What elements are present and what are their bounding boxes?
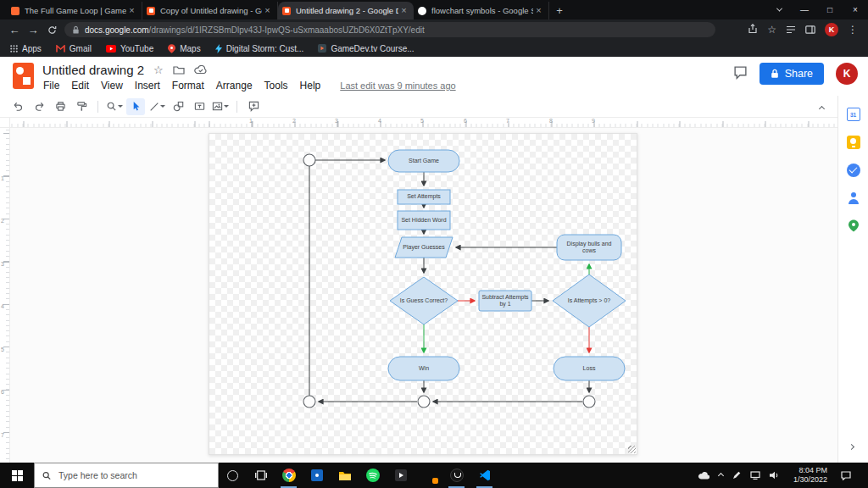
- menu-item-edit[interactable]: Edit: [65, 79, 95, 92]
- share-button[interactable]: Share: [760, 63, 824, 85]
- photos-taskbar-button[interactable]: [303, 463, 331, 488]
- flowchart-label-set-attempts[interactable]: Set Attempts: [398, 190, 450, 204]
- browser-tab-1[interactable]: The Full Game Loop | GameDev.t ×: [7, 2, 142, 19]
- window-minimize-button[interactable]: —: [792, 0, 817, 19]
- share-page-button[interactable]: [748, 22, 758, 37]
- tab-close-icon[interactable]: ×: [262, 5, 273, 16]
- hide-side-panel-button[interactable]: [849, 437, 854, 452]
- insert-image-button[interactable]: [211, 98, 230, 115]
- google-drawings-logo[interactable]: [13, 63, 34, 89]
- menu-item-format[interactable]: Format: [166, 79, 210, 92]
- task-view-button[interactable]: [247, 463, 275, 488]
- flowchart-circle-bottom-left[interactable]: [303, 396, 315, 408]
- network-icon[interactable]: [750, 471, 760, 480]
- bookmark-maps[interactable]: Maps: [168, 44, 200, 53]
- flowchart-label-loss[interactable]: Loss: [554, 357, 625, 380]
- browser-tab-3-active[interactable]: Untitled drawing 2 - Google Dra ×: [278, 2, 414, 19]
- flowchart-label-win[interactable]: Win: [388, 357, 459, 380]
- spotify-button[interactable]: [359, 463, 387, 488]
- canvas-resize-handle[interactable]: [628, 446, 636, 453]
- menu-item-tools[interactable]: Tools: [259, 79, 294, 92]
- url-omnibox[interactable]: docs.google.com/drawings/d/1IRZSBmDlpv43…: [64, 22, 715, 37]
- star-document-icon[interactable]: ☆: [153, 64, 164, 76]
- tab-close-icon[interactable]: ×: [533, 5, 544, 16]
- contacts-icon[interactable]: [847, 191, 860, 205]
- collapse-toolbar-button[interactable]: [820, 99, 824, 114]
- tab-close-icon[interactable]: ×: [126, 5, 137, 16]
- back-button[interactable]: ←: [5, 20, 24, 39]
- bookmark-gmail[interactable]: Gmail: [56, 44, 92, 53]
- insert-comment-button[interactable]: [244, 98, 263, 115]
- taskbar-search[interactable]: [34, 463, 219, 488]
- windows-ink-pen-icon[interactable]: [732, 471, 741, 480]
- flowchart-label-is-guess-correct[interactable]: Is Guess Correct?: [398, 280, 450, 321]
- action-center-button[interactable]: [841, 471, 851, 480]
- tab-search-chevron-icon[interactable]: [766, 0, 792, 19]
- side-panel-button[interactable]: [805, 22, 815, 37]
- tray-overflow-button[interactable]: [719, 474, 723, 478]
- window-close-button[interactable]: ×: [843, 0, 868, 19]
- document-title[interactable]: Untitled drawing 2: [42, 63, 144, 77]
- chrome-profile-button[interactable]: [415, 463, 442, 488]
- drawing-canvas[interactable]: Start Game Set Attempts Set Hidden Word …: [209, 133, 637, 455]
- open-comments-button[interactable]: [733, 65, 748, 83]
- flowchart-label-start-game[interactable]: Start Game: [388, 150, 459, 172]
- flowchart-label-is-attempts[interactable]: Is Attempts > 0?: [564, 278, 615, 324]
- flowchart-label-display-bulls-cows[interactable]: Display bulls and cows: [559, 235, 619, 260]
- line-tool-button[interactable]: [147, 98, 166, 115]
- last-edit-link[interactable]: Last edit was 9 minutes ago: [340, 80, 455, 91]
- flowchart-circle-bottom-right[interactable]: [583, 396, 595, 408]
- redo-button[interactable]: [30, 98, 48, 115]
- browser-menu-button[interactable]: ⋮: [848, 24, 858, 36]
- flowchart-circle-top-left[interactable]: [303, 154, 315, 166]
- maps-icon[interactable]: [849, 219, 859, 236]
- window-maximize-button[interactable]: □: [817, 0, 843, 19]
- menu-item-arrange[interactable]: Arrange: [210, 79, 259, 92]
- menu-item-insert[interactable]: Insert: [129, 79, 166, 92]
- move-folder-icon[interactable]: [173, 65, 185, 75]
- bookmark-digital-storm[interactable]: Digital Storm: Cust...: [215, 44, 304, 53]
- onedrive-cloud-icon[interactable]: [698, 472, 709, 480]
- taskbar-clock[interactable]: 8:04 PM 1/30/2022: [789, 466, 832, 485]
- select-tool-button[interactable]: [126, 98, 145, 115]
- browser-tab-2[interactable]: Copy of Untitled drawing - Goog ×: [142, 2, 278, 19]
- tab-close-icon[interactable]: ×: [398, 5, 409, 16]
- keep-icon[interactable]: [847, 136, 860, 149]
- file-explorer-button[interactable]: [331, 463, 359, 488]
- bookmark-apps[interactable]: Apps: [10, 44, 42, 53]
- flowchart-label-set-hidden-word[interactable]: Set Hidden Word: [398, 211, 450, 230]
- vscode-button[interactable]: [470, 463, 498, 488]
- browser-profile-avatar[interactable]: K: [825, 23, 838, 36]
- flowchart-label-player-guesses[interactable]: Player Guesses: [399, 237, 448, 258]
- menu-item-file[interactable]: File: [37, 79, 65, 92]
- flowchart-circle-bottom-mid[interactable]: [418, 396, 430, 408]
- text-box-button[interactable]: [190, 98, 209, 115]
- unity-button[interactable]: [442, 463, 470, 488]
- chrome-taskbar-button[interactable]: [275, 463, 303, 488]
- bookmark-gamedev-course[interactable]: GameDev.tv Course...: [318, 44, 414, 53]
- menu-item-view[interactable]: View: [95, 79, 129, 92]
- calendar-icon[interactable]: 31: [847, 108, 860, 121]
- search-input[interactable]: [57, 469, 210, 481]
- new-tab-button[interactable]: +: [549, 2, 570, 19]
- flowchart-label-subtract-attempts[interactable]: Subtract Attempts by 1: [481, 291, 530, 311]
- volume-icon[interactable]: [770, 471, 780, 480]
- tasks-icon[interactable]: [847, 164, 860, 177]
- cortana-button[interactable]: [219, 463, 247, 488]
- refresh-button[interactable]: [42, 20, 61, 39]
- bookmark-star-button[interactable]: ☆: [767, 24, 776, 36]
- zoom-button[interactable]: [105, 98, 124, 115]
- paint-format-button[interactable]: [72, 98, 91, 115]
- browser-tab-4[interactable]: flowchart symbols - Google Sear ×: [414, 2, 549, 19]
- video-app-button[interactable]: [387, 463, 415, 488]
- reading-list-button[interactable]: [786, 22, 796, 37]
- undo-button[interactable]: [8, 98, 27, 115]
- menu-item-help[interactable]: Help: [294, 79, 327, 92]
- cloud-saved-icon[interactable]: [194, 65, 208, 75]
- bookmark-youtube[interactable]: YouTube: [106, 44, 153, 53]
- forward-button[interactable]: →: [24, 20, 42, 39]
- print-button[interactable]: [51, 98, 70, 115]
- shape-tool-button[interactable]: [169, 98, 187, 115]
- start-button[interactable]: [0, 463, 34, 488]
- account-avatar[interactable]: K: [836, 63, 858, 85]
